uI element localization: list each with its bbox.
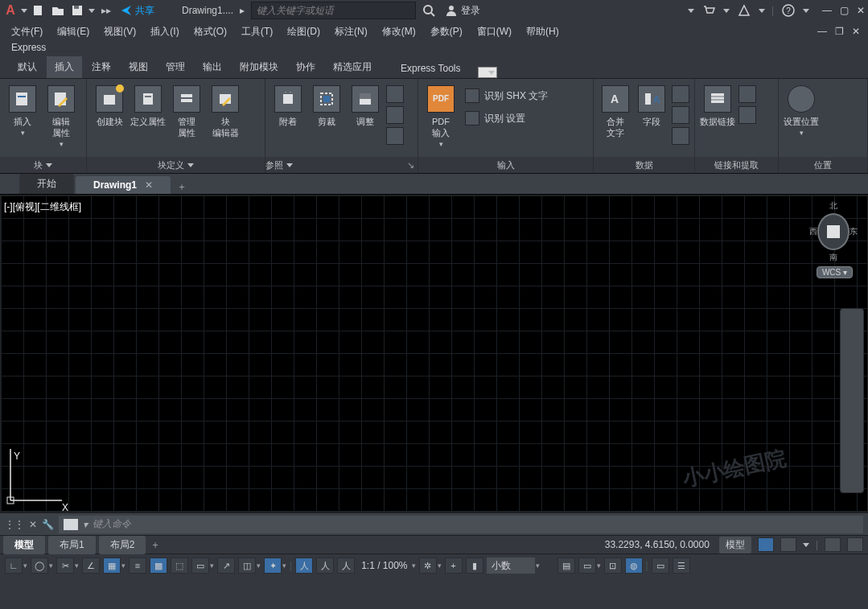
panel-block-expand[interactable] [46,163,52,167]
ref-mini-1[interactable] [386,85,404,103]
open-icon[interactable] [50,2,66,19]
clip-button[interactable]: 剪裁 [309,82,344,127]
field-button[interactable]: A字段 [636,82,669,127]
isolate-objects[interactable]: ⊡ [604,558,622,574]
navigation-bar[interactable] [840,308,864,493]
status-menu[interactable] [780,537,796,552]
express-menu[interactable]: Express [0,42,868,58]
viewcube[interactable]: 北 西 东 南 [809,200,858,263]
data-mini-2[interactable] [738,106,756,124]
menu-7[interactable]: 标注(N) [335,25,368,39]
arrow-right-icon[interactable]: ▸▸ [98,2,114,19]
iso-3[interactable]: 人 [337,558,355,574]
text-mini-3[interactable] [672,127,689,145]
dynamic-ucs[interactable]: ⬚ [171,558,188,574]
ribbon-tab-4[interactable]: 管理 [158,56,193,78]
osnap[interactable]: ▦ [103,558,121,574]
menu-4[interactable]: 格式(O) [194,25,227,39]
cart-icon[interactable] [701,2,717,19]
wcs-badge[interactable]: WCS ▾ [817,266,853,278]
pdf-import-button[interactable]: PDFPDF 输入 [423,82,459,150]
login-dropdown[interactable] [688,9,694,13]
space-toggle[interactable]: 模型 [719,537,751,553]
save-dropdown[interactable] [88,9,95,13]
menu-2[interactable]: 视图(V) [104,25,136,39]
ref-mini-2[interactable] [386,106,404,124]
grid-toggle[interactable] [758,537,774,552]
status-extra-1[interactable] [825,537,841,552]
help-icon[interactable]: ? [780,2,796,19]
quick-props[interactable]: ▤ [557,558,575,574]
mdi-minimize-button[interactable]: — [817,26,827,37]
viewport-label[interactable]: [-][俯视][二维线框] [4,200,81,214]
units-select[interactable]: 小数 [487,558,535,574]
status-extra-2[interactable] [847,537,863,552]
plus-button[interactable]: + [445,558,463,574]
ribbon-tab-7[interactable]: 协作 [288,56,323,78]
doc-caret-icon[interactable]: ▸ [240,5,245,16]
transparency[interactable]: ◫ [238,558,256,574]
layout-tab-2[interactable]: 布局2 [99,536,146,554]
polar-tracking[interactable]: ∠ [82,558,100,574]
ortho-mode[interactable]: ✂ [56,558,74,574]
ribbon-tab-2[interactable]: 注释 [84,56,119,78]
ribbon-tab-3[interactable]: 视图 [121,56,156,78]
gear-button[interactable]: ✲ [419,558,437,574]
iso-1[interactable]: 人 [295,558,313,574]
panel-ref-launcher[interactable]: ↘ [407,160,414,171]
customize-status[interactable]: ☰ [673,558,690,574]
ribbon-focus-toggle[interactable] [478,67,497,78]
mdi-close-button[interactable]: ✕ [852,26,860,37]
ribbon-tab-5[interactable]: 输出 [195,56,230,78]
tab-drawing1[interactable]: Drawing1✕ [76,176,171,194]
menu-11[interactable]: 帮助(H) [526,25,559,39]
block-editor-button[interactable]: 块 编辑器 [208,82,243,138]
login-button[interactable]: 登录 [445,4,480,18]
ribbon-tab-0[interactable]: 默认 [10,56,45,78]
status-menu-dd[interactable] [803,543,809,547]
create-block-button[interactable]: 创建块 [92,82,127,127]
text-mini-2[interactable] [672,106,689,124]
help-dropdown[interactable] [803,9,809,13]
new-icon[interactable] [31,2,47,19]
autodesk-icon[interactable] [736,2,752,19]
insert-block-button[interactable]: 插入 [5,82,40,138]
annotation-scale[interactable]: 1:1 / 100% [358,560,410,571]
recognize-shx-button[interactable]: 识别 SHX 文字 [462,87,551,105]
menu-8[interactable]: 修改(M) [382,25,416,39]
iso-2[interactable]: 人 [316,558,334,574]
edit-attributes-button[interactable]: 编辑 属性 [43,82,79,150]
drawing-viewport[interactable]: [-][俯视][二维线框] 北 西 东 南 WCS ▾ 小小绘图院 YX [0,195,868,512]
dynamic-input[interactable]: ▭ [191,558,209,574]
define-attributes-button[interactable]: 定义属性 [130,82,166,127]
menu-6[interactable]: 绘图(D) [287,25,320,39]
layout-tab-0[interactable]: 模型 [3,536,45,554]
3d-osnap[interactable]: ≡ [129,558,146,574]
maximize-button[interactable]: ▢ [840,5,849,16]
cmd-customize-icon[interactable]: 🔧 [42,519,54,530]
ribbon-tab-8[interactable]: 精选应用 [325,56,380,78]
ref-mini-3[interactable] [386,127,404,145]
search-icon[interactable] [421,4,437,17]
new-tab-button[interactable]: ＋ [172,180,191,194]
osnap-tracking[interactable]: ▩ [150,558,167,574]
lineweight[interactable]: ↗ [217,558,235,574]
monitor-toggle[interactable]: ▭ [578,558,596,574]
ribbon-tab-1[interactable]: 插入 [47,56,82,78]
recognize-settings-button[interactable]: 识别 设置 [462,109,551,127]
clean-screen[interactable]: ▭ [652,558,669,574]
panel-ref-expand[interactable] [286,163,293,167]
adjust-button[interactable]: 调整 [348,82,383,127]
mdi-restore-button[interactable]: ❐ [835,26,844,37]
menu-1[interactable]: 编辑(E) [57,25,89,39]
close-tab-icon[interactable]: ✕ [145,179,153,191]
text-mini-1[interactable] [672,85,689,103]
menu-0[interactable]: 文件(F) [11,25,43,39]
data-mini-1[interactable] [738,85,756,103]
menu-3[interactable]: 插入(I) [150,25,179,39]
tab-start[interactable]: 开始 [19,174,74,194]
cart-dropdown[interactable] [723,9,730,13]
menu-9[interactable]: 参数(P) [430,25,463,39]
hardware-accel[interactable]: ◍ [625,558,643,574]
attach-button[interactable]: 附着 [270,82,306,127]
